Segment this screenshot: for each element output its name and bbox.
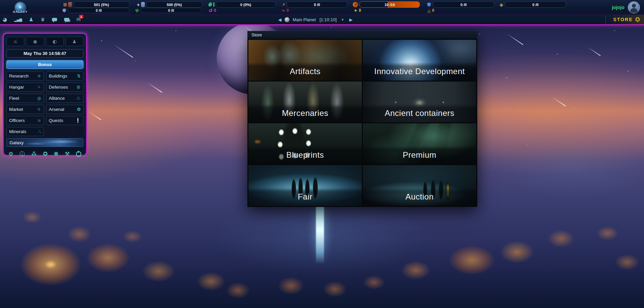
toolbar-icon-strip: ◕ ▂▄▆ ♟ ♛ ✉ 1 (3, 15, 81, 24)
medal-icon[interactable]: ✪ (43, 151, 48, 157)
tile-caption: Premium (363, 146, 476, 164)
store-tile-fair[interactable]: Fair (248, 165, 362, 206)
sidebar-item-research[interactable]: Research ✺ (6, 71, 44, 81)
gas-droplet-icon (208, 2, 213, 7)
agent-icon: ♟ (72, 39, 77, 44)
store-tile-grid: Artifacts Innovative Development Mercena… (247, 39, 477, 207)
minerals-molecule-icon: ∴ (38, 129, 41, 134)
mail-button[interactable]: ✉ 1 (76, 17, 81, 23)
sidebar-item-galaxy[interactable]: Galaxy (6, 138, 83, 147)
player-avatar[interactable] (628, 1, 640, 13)
store-tile-mercenaries[interactable]: Mercenaries (248, 82, 362, 122)
resource-production: ⚒ 10 /10 (353, 2, 420, 7)
resource-shield: 0 /0 (62, 8, 130, 13)
tile-caption: Artifacts (248, 62, 362, 81)
main-menu-grid: Research ✺ Buildings ⇅ Hangar ✈ Defenses… (6, 71, 83, 147)
planet-navigation: ◀ Main Planet [1:10:10] ▾ ▶ (278, 15, 353, 24)
planet-name[interactable]: Main Planet (293, 17, 316, 22)
support-ring-icon[interactable]: ❁ (54, 151, 58, 157)
sidebar-item-fleet[interactable]: Fleet ◎ (6, 94, 44, 103)
shield-icon (62, 8, 66, 13)
planet-coordinates[interactable]: [1:10:10] (320, 17, 337, 22)
crystal-icon (141, 2, 145, 7)
store-tile-blueprints[interactable]: Blueprints (248, 123, 362, 164)
main-toolbar: ◕ ▂▄▆ ♟ ♛ ✉ 1 ◀ Main Planet [1:10:10] ▾ … (0, 15, 644, 25)
store-tile-innovative-development[interactable]: Innovative Development (363, 40, 476, 81)
metal-value: 501 (5%) (73, 1, 130, 8)
resource-radiation: ☢ 0 /0 (135, 8, 202, 13)
top-resource-bar: ✦ GALAXY 501 (5%) ◆ 500 (5%) 0 (0%) ⚡ 0 … (0, 0, 644, 15)
store-button-label: STORE (613, 17, 633, 22)
defenses-shield-icon (76, 85, 81, 90)
store-medal-icon: ✪ (635, 17, 640, 23)
logo-text: GALAXY (13, 10, 28, 13)
observe-button[interactable]: ◉ (26, 37, 44, 46)
community-people-icon[interactable]: ⁂ (31, 151, 37, 157)
planet-dropdown-icon[interactable]: ▾ (342, 18, 344, 22)
chat-icon[interactable] (52, 18, 57, 21)
store-tile-ancient-containers[interactable]: Ancient containers (363, 82, 476, 122)
resource-army: 0 /0 (427, 2, 494, 7)
sidebar-item-quests[interactable]: Quests ❕ (46, 116, 84, 125)
previous-planet-arrow-icon[interactable]: ◀ (278, 17, 281, 22)
tile-caption: Fair (248, 188, 362, 206)
metal-rate-icon (63, 3, 67, 6)
store-tile-auction[interactable]: Auction (363, 165, 476, 206)
counter-shuriken: ✶ 0 (354, 8, 361, 13)
market-tag-icon: ❖ (37, 107, 41, 112)
sidebar-item-market[interactable]: Market ❖ (6, 105, 44, 114)
sidebar-item-minerals[interactable]: Minerals ∴ (6, 127, 44, 136)
rank-icon[interactable]: ♟ (29, 17, 33, 22)
info-icon[interactable]: ⓘ (20, 151, 25, 157)
sidebar-item-arsenal[interactable]: Arsenal ❂ (46, 105, 84, 114)
store-tile-premium[interactable]: Premium (363, 123, 476, 164)
next-planet-arrow-icon[interactable]: ▶ (349, 17, 353, 22)
orbit-button[interactable]: ◐ (46, 37, 64, 46)
resource-energy: ⚡ 0 /0 (282, 2, 347, 7)
alliance-people-icon: ⁂ (76, 96, 81, 100)
resource-credits: ◈ 0 /0 (500, 2, 566, 7)
sidebar-item-alliance[interactable]: Alliance ⁂ (46, 94, 84, 103)
army-value: 0 /0 (433, 1, 494, 8)
metal-icon (68, 2, 72, 7)
settings-gear-icon[interactable]: ⚙ (8, 151, 13, 157)
counter-plasma: ❧ 0 (281, 8, 289, 13)
quests-exclamation-icon: ❕ (75, 118, 81, 123)
tile-caption: Innovative Development (363, 62, 476, 81)
resource-metal: 501 (5%) (63, 2, 130, 7)
store-modal-header: Store (247, 31, 477, 39)
antimatter-icon: ↺ (209, 8, 213, 13)
store-tile-artifacts[interactable]: Artifacts (248, 40, 362, 81)
trophy-icon[interactable]: ♛ (41, 17, 45, 22)
overview-pie-icon[interactable]: ◕ (3, 17, 7, 22)
sidebar-item-buildings[interactable]: Buildings ⇅ (46, 71, 84, 81)
tools-icon[interactable]: ⚒ (65, 151, 70, 157)
logout-power-icon[interactable] (76, 151, 81, 157)
forum-icon[interactable] (64, 18, 69, 21)
energy-value: 0 /0 (287, 1, 347, 8)
player-info[interactable]: jojojo (612, 0, 640, 15)
store-button[interactable]: STORE ✪ (606, 15, 644, 24)
bonus-button[interactable]: Bonus (6, 60, 83, 69)
sidebar-item-officers[interactable]: Officers ≋ (6, 116, 44, 125)
counter-antimatter: ↺ 0 (209, 8, 216, 13)
server-datetime: May Thu 30 14:58:47 (6, 49, 83, 58)
quick-actions-row: ⚔ ◉ ◐ ♟ (6, 37, 83, 46)
credits-gem-icon: ◈ (500, 2, 503, 7)
credits-value: 0 /0 (505, 1, 566, 8)
attack-button[interactable]: ⚔ (6, 37, 24, 46)
agent-button[interactable]: ♟ (65, 37, 83, 46)
radiation-icon: ☢ (135, 8, 139, 13)
gas-level-indicator (213, 2, 214, 7)
sidebar-footer-icons: ⚙ ⓘ ⁂ ✪ ❁ ⚒ (6, 151, 83, 157)
tile-caption: Blueprints (248, 146, 362, 164)
player-name[interactable]: jojojo (612, 5, 624, 10)
relic-count: 0 (432, 8, 434, 13)
game-logo[interactable]: ✦ GALAXY (3, 0, 38, 14)
plasma-count: 0 (287, 8, 289, 13)
sidebar-item-defenses[interactable]: Defenses (46, 83, 84, 92)
sidebar-item-hangar[interactable]: Hangar ✈ (6, 83, 44, 92)
eye-icon: ◉ (33, 39, 37, 44)
statistics-icon[interactable]: ▂▄▆ (14, 18, 22, 22)
crystal-rate-icon: ◆ (137, 3, 140, 6)
